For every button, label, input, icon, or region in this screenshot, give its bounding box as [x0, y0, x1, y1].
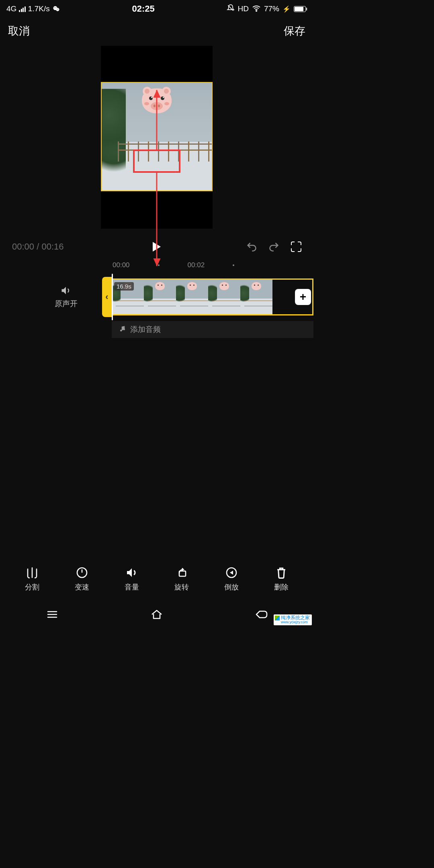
trash-icon [275, 566, 287, 579]
tool-label: 倒放 [224, 582, 239, 592]
annotation-box [133, 149, 180, 173]
save-button[interactable]: 保存 [284, 24, 305, 38]
wifi-icon [252, 4, 261, 14]
video-canvas[interactable] [101, 46, 213, 229]
preview-area [0, 46, 313, 229]
battery-icon [294, 6, 307, 12]
undo-button[interactable] [246, 241, 257, 252]
svg-point-7 [120, 330, 122, 332]
playhead[interactable] [112, 274, 113, 320]
speed-icon [76, 566, 88, 579]
tool-label: 音量 [125, 582, 139, 592]
status-time: 02:25 [132, 4, 154, 14]
clip-thumb [208, 280, 240, 314]
clip-track[interactable]: ‹ 16.9s + [102, 277, 313, 317]
wechat-icon [52, 5, 60, 13]
svg-point-8 [123, 328, 125, 330]
split-icon [25, 566, 39, 579]
dnd-icon [227, 4, 235, 14]
redo-button[interactable] [268, 241, 280, 252]
tool-reverse[interactable]: 倒放 [215, 566, 248, 592]
fullscreen-button[interactable] [291, 242, 301, 252]
tool-speed[interactable]: 变速 [66, 566, 98, 592]
svg-point-6 [256, 10, 257, 11]
network-type: 4G [6, 4, 16, 13]
network-speed: 1.7K/s [28, 4, 50, 13]
svg-point-3 [55, 8, 56, 8]
tool-label: 删除 [274, 582, 289, 592]
ruler-dot [233, 264, 234, 266]
annotation-arrow-down [156, 173, 158, 266]
svg-point-1 [56, 8, 59, 11]
sound-label: 原声开 [55, 299, 78, 309]
tool-bar: 分割 变速 音量 旋转 倒放 删除 [0, 561, 313, 597]
nav-recent-button[interactable] [30, 610, 74, 619]
clip-duration-badge: 16.9s [114, 282, 134, 291]
ruler-tick: 00:02 [188, 261, 205, 269]
svg-marker-14 [230, 571, 233, 575]
clip-thumb [240, 280, 272, 314]
tool-split[interactable]: 分割 [16, 566, 48, 592]
tool-label: 变速 [75, 582, 89, 592]
clip-thumb: 16.9s [112, 280, 144, 314]
signal-icon [19, 6, 26, 12]
clip-thumb [176, 280, 208, 314]
clip-thumb [144, 280, 176, 314]
playback-time: 00:00 / 00:16 [12, 242, 63, 252]
watermark: 纯净系统之家 www.ycwjzy.com [274, 614, 312, 625]
svg-point-2 [54, 8, 55, 8]
annotation-arrow-up [156, 90, 158, 149]
tool-rotate[interactable]: 旋转 [166, 566, 198, 592]
add-audio-row[interactable]: 添加音频 [112, 321, 313, 338]
volume-icon [125, 566, 138, 579]
nav-home-button[interactable] [135, 609, 179, 620]
reverse-icon [225, 566, 238, 579]
battery-pct: 77% [264, 4, 279, 13]
hd-label: HD [238, 4, 249, 13]
original-sound-toggle[interactable]: 原声开 [47, 277, 84, 317]
add-clip-button[interactable]: + [295, 289, 311, 305]
tool-label: 旋转 [174, 582, 189, 592]
tool-volume[interactable]: 音量 [116, 566, 148, 592]
ruler-tick: 00:00 [113, 261, 130, 269]
tool-delete[interactable]: 删除 [265, 566, 297, 592]
svg-point-4 [57, 9, 57, 9]
tool-label: 分割 [25, 582, 39, 592]
system-nav-bar [0, 604, 313, 627]
editor-header: 取消 保存 [0, 18, 313, 44]
clip-strip[interactable]: 16.9s [112, 278, 313, 315]
add-audio-label: 添加音频 [130, 324, 161, 335]
timeline: 原声开 ‹ 16.9s + [0, 277, 313, 317]
rotate-icon [175, 566, 188, 579]
status-bar: 4G 1.7K/s 02:25 HD 77% ⚡ [0, 0, 313, 18]
svg-point-5 [58, 9, 58, 9]
speaker-icon [60, 285, 72, 296]
clip-left-handle[interactable]: ‹ [102, 277, 112, 317]
cancel-button[interactable]: 取消 [8, 24, 30, 38]
music-note-icon [119, 325, 126, 334]
svg-rect-12 [179, 571, 186, 576]
charging-icon: ⚡ [283, 5, 291, 13]
